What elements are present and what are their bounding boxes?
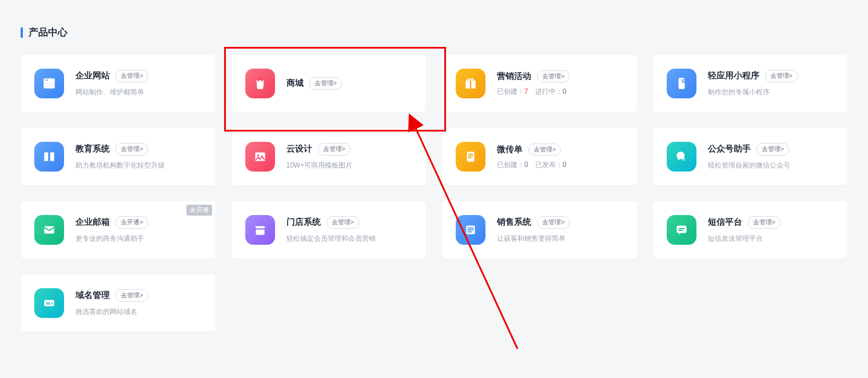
image-icon xyxy=(245,142,275,172)
message-icon xyxy=(667,215,696,245)
stat-value: 7 xyxy=(524,87,528,96)
svg-rect-19 xyxy=(468,229,474,230)
card-domain[interactable]: W.= 域名管理 去管理> 挑选喜欢的网站域名 xyxy=(21,274,216,332)
product-cards-grid: 企业网站 去管理> 网站制作、维护都简单 商城 去管理> xyxy=(21,55,847,332)
svg-rect-12 xyxy=(468,154,473,155)
manage-button[interactable]: 去管理> xyxy=(537,216,570,228)
card-marketing[interactable]: 营销活动 去管理> 已创建：7 进行中：0 xyxy=(442,55,637,112)
card-store[interactable]: 门店系统 去管理> 轻松搞定会员管理和会员营销 xyxy=(232,201,427,258)
gift-icon xyxy=(456,69,485,98)
stat-value: 0 xyxy=(563,87,567,96)
shopping-bag-icon xyxy=(245,69,275,98)
manage-button[interactable]: 去管理> xyxy=(756,143,789,155)
svg-rect-22 xyxy=(678,228,684,229)
stat-label: 已发布： xyxy=(535,161,563,169)
manage-button[interactable]: 去管理> xyxy=(537,70,570,82)
svg-rect-14 xyxy=(468,157,471,158)
svg-point-2 xyxy=(45,79,46,81)
card-desc: 让获客和销售变得简单 xyxy=(497,233,623,244)
storefront-icon xyxy=(245,215,275,245)
card-title: 商城 xyxy=(286,78,304,89)
svg-rect-13 xyxy=(468,156,473,157)
card-title: 企业网站 xyxy=(75,70,110,81)
card-desc: 短信发送管理平台 xyxy=(708,233,834,244)
card-desc: 助力教培机构数字化转型升级 xyxy=(75,160,202,170)
card-title: 公众号助手 xyxy=(708,144,751,154)
envelope-icon xyxy=(34,215,64,245)
svg-rect-11 xyxy=(467,152,475,161)
card-title: 短信平台 xyxy=(708,217,742,228)
list-icon xyxy=(456,215,485,245)
card-wechat[interactable]: 公众号助手 去管理> 轻松管理自家的微信公众号 xyxy=(653,128,848,185)
card-enterprise-site[interactable]: 企业网站 去管理> 网站制作、维护都简单 xyxy=(21,55,216,112)
manage-button[interactable]: 去管理> xyxy=(318,143,351,155)
card-desc: 挑选喜欢的网站域名 xyxy=(75,307,202,317)
card-stats: 已创建：0 已发布：0 xyxy=(497,160,623,170)
domain-icon: W.= xyxy=(34,288,64,318)
card-stats: 已创建：7 进行中：0 xyxy=(497,87,623,97)
svg-rect-21 xyxy=(676,225,686,233)
manage-button[interactable]: 去管理> xyxy=(309,77,342,89)
card-title: 轻应用小程序 xyxy=(708,70,759,81)
card-title: 门店系统 xyxy=(286,217,321,228)
manage-button[interactable]: 去管理> xyxy=(116,143,148,155)
open-button[interactable]: 去开通> xyxy=(116,216,148,228)
manage-button[interactable]: 去管理> xyxy=(116,70,148,82)
card-education[interactable]: 教育系统 去管理> 助力教培机构数字化转型升级 xyxy=(21,128,216,185)
svg-rect-18 xyxy=(468,228,474,229)
card-design[interactable]: 云设计 去管理> 10W+可商用模板图片 xyxy=(232,128,427,185)
svg-rect-23 xyxy=(678,230,683,231)
card-desc: 更专业的商务沟通助手 xyxy=(75,233,202,244)
svg-rect-6 xyxy=(470,81,471,89)
svg-point-10 xyxy=(257,154,259,156)
card-desc: 轻松管理自家的微信公众号 xyxy=(708,160,834,170)
section-title: 产品中心 xyxy=(29,26,67,39)
card-sales[interactable]: 销售系统 去管理> 让获客和销售变得简单 xyxy=(442,201,637,258)
card-flyer[interactable]: 微传单 去管理> 已创建：0 已发布：0 xyxy=(442,128,637,185)
card-desc: 轻松搞定会员管理和会员营销 xyxy=(286,233,413,244)
card-title: 微传单 xyxy=(497,144,523,155)
stat-value: 0 xyxy=(524,161,528,169)
manage-button[interactable]: 去管理> xyxy=(528,144,561,156)
card-title: 企业邮箱 xyxy=(75,217,110,228)
phone-app-icon xyxy=(667,69,696,98)
chat-bubble-icon xyxy=(667,142,696,172)
card-desc: 网站制作、维护都简单 xyxy=(75,87,202,97)
svg-rect-16 xyxy=(44,226,54,234)
svg-text:W.=: W.= xyxy=(46,301,53,305)
card-title: 云设计 xyxy=(286,144,312,154)
title-accent-bar xyxy=(21,27,23,38)
stat-label: 进行中： xyxy=(535,87,563,96)
card-title: 教育系统 xyxy=(75,144,110,154)
card-title: 销售系统 xyxy=(497,217,531,228)
manage-button[interactable]: 去管理> xyxy=(765,70,798,82)
stat-label: 已创建： xyxy=(497,161,524,169)
card-desc: 10W+可商用模板图片 xyxy=(286,160,413,170)
manage-button[interactable]: 去管理> xyxy=(748,216,781,228)
document-icon xyxy=(456,142,485,172)
card-title: 营销活动 xyxy=(497,71,531,82)
stat-value: 0 xyxy=(563,161,567,169)
window-icon xyxy=(34,69,64,98)
card-mail[interactable]: 未开通 企业邮箱 去开通> 更专业的商务沟通助手 xyxy=(21,201,216,258)
card-shop[interactable]: 商城 去管理> xyxy=(232,55,427,112)
svg-point-3 xyxy=(47,79,48,81)
card-desc: 制作您的专属小程序 xyxy=(708,87,834,97)
card-title: 域名管理 xyxy=(75,290,110,301)
card-miniapp[interactable]: 轻应用小程序 去管理> 制作您的专属小程序 xyxy=(653,55,848,112)
svg-rect-20 xyxy=(468,232,472,233)
book-icon xyxy=(34,142,64,172)
stat-label: 已创建： xyxy=(497,87,524,96)
status-badge: 未开通 xyxy=(186,205,212,216)
section-header: 产品中心 xyxy=(21,26,847,39)
card-sms[interactable]: 短信平台 去管理> 短信发送管理平台 xyxy=(653,201,848,258)
manage-button[interactable]: 去管理> xyxy=(327,216,359,228)
manage-button[interactable]: 去管理> xyxy=(116,289,148,301)
